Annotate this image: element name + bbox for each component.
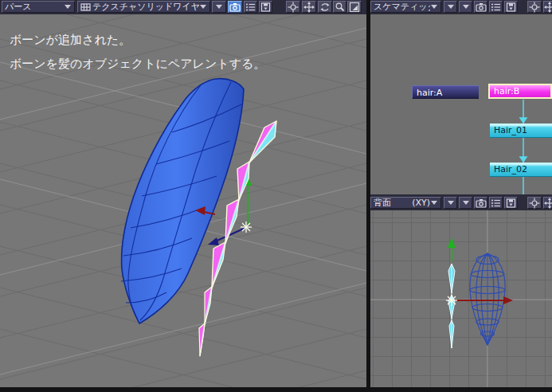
view-selector-label: パース <box>5 2 64 12</box>
list-icon <box>245 2 256 12</box>
perspective-toolbar: パース テクスチャソリッドワイヤー <box>0 0 366 15</box>
maximize-button[interactable] <box>347 1 362 13</box>
bottom-edge <box>0 387 552 392</box>
list-icon <box>491 2 501 12</box>
save-icon <box>506 198 516 208</box>
chevron-down-icon <box>200 5 206 9</box>
dropdown-button[interactable] <box>459 1 472 13</box>
camera-icon <box>476 198 487 208</box>
back-scene <box>370 210 552 387</box>
save-button[interactable] <box>259 1 272 13</box>
save-button[interactable] <box>504 197 518 209</box>
camera-button[interactable] <box>474 197 487 209</box>
grid-icon <box>80 2 91 12</box>
back-view-toolbar: 背面 (XY) <box>370 196 552 211</box>
camera-icon <box>476 2 487 12</box>
maximize-icon <box>349 2 360 13</box>
schematic-node-hair-b-selected[interactable]: hair:B <box>488 84 552 99</box>
schematic-node-hair-02[interactable]: Hair_02 <box>490 163 552 177</box>
display-mode-dropdown[interactable]: テクスチャソリッドワイヤー <box>77 1 210 13</box>
chevron-down-icon <box>448 201 454 205</box>
view-selector-label: 背面 <box>374 198 401 208</box>
panel-divider[interactable] <box>366 0 370 392</box>
schematic-node-hair-01[interactable]: Hair_01 <box>490 123 552 138</box>
view-selector-dropdown[interactable]: パース <box>2 1 75 13</box>
save-icon <box>506 2 516 12</box>
extra-dropdown-button[interactable] <box>212 1 226 13</box>
save-icon <box>260 2 271 12</box>
dropdown-button[interactable] <box>444 197 457 209</box>
chevron-down-icon <box>431 201 437 205</box>
view-selector-dropdown[interactable]: スケマティック <box>370 1 441 13</box>
pan-button[interactable] <box>543 1 552 13</box>
list-button[interactable] <box>244 1 257 13</box>
save-button[interactable] <box>504 1 518 13</box>
chevron-down-icon <box>65 5 71 9</box>
list-icon <box>491 198 501 208</box>
view-selector-label: スケマティック <box>374 2 430 12</box>
display-mode-label: テクスチャソリッドワイヤー <box>92 2 199 12</box>
view-selector-dropdown[interactable]: 背面 (XY) <box>370 197 441 209</box>
target-button[interactable] <box>527 1 542 13</box>
overlay-message-line1: ボーンが追加された。 <box>10 33 131 48</box>
list-button[interactable] <box>489 197 503 209</box>
zoom-icon <box>335 2 345 12</box>
target-icon <box>288 2 299 13</box>
axis-label: (XY) <box>412 198 430 208</box>
camera-button[interactable] <box>474 1 487 13</box>
chevron-down-icon <box>463 201 469 205</box>
shade3d-window: パース テクスチャソリッドワイヤー <box>0 0 552 392</box>
chevron-down-icon <box>448 5 454 9</box>
center-handle-star <box>241 221 252 233</box>
dropdown-button[interactable] <box>459 197 472 209</box>
pan-button[interactable] <box>302 1 316 13</box>
target-icon <box>529 2 540 13</box>
pan-icon <box>544 198 552 209</box>
dropdown-button[interactable] <box>444 1 457 13</box>
list-button[interactable] <box>489 1 503 13</box>
rotate-button[interactable] <box>318 1 332 13</box>
pan-icon <box>544 2 552 13</box>
zoom-button[interactable] <box>333 1 346 13</box>
schematic-viewport[interactable]: hair:A hair:B Hair_01 Hair_02 <box>370 14 552 196</box>
target-button[interactable] <box>527 197 542 209</box>
schematic-node-hair-a[interactable]: hair:A <box>412 85 479 99</box>
chevron-down-icon <box>463 5 469 9</box>
overlay-message-line2: ボーンを髪のオブジェクトにペアレントする。 <box>10 57 265 72</box>
camera-icon <box>229 2 241 12</box>
target-button[interactable] <box>286 1 300 13</box>
chevron-down-icon <box>216 5 222 9</box>
schematic-toolbar: スケマティック <box>370 0 552 15</box>
pan-button[interactable] <box>543 197 552 209</box>
camera-button[interactable] <box>228 1 242 13</box>
pan-icon <box>303 2 315 13</box>
chevron-down-icon <box>431 5 437 9</box>
target-icon <box>529 198 540 209</box>
rotate-icon <box>319 2 331 13</box>
center-handle-star <box>446 295 457 306</box>
back-viewport[interactable] <box>370 210 552 387</box>
perspective-viewport[interactable]: ボーンが追加された。 ボーンを髪のオブジェクトにペアレントする。 <box>0 14 366 387</box>
